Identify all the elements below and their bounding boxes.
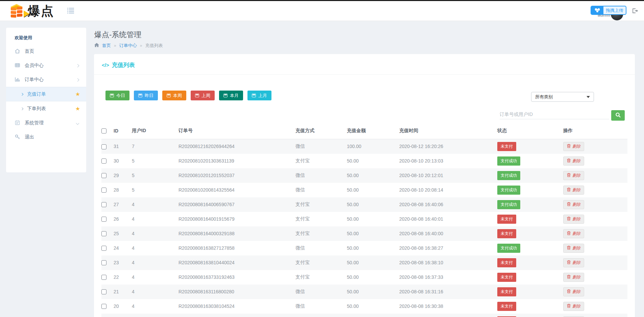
row-checkbox[interactable] [101,260,106,265]
delete-button-label: 删除 [572,231,580,237]
delete-button[interactable]: 删除 [563,229,584,238]
filter-this-month-button[interactable]: 本月 [219,91,243,100]
drag-upload-widget[interactable]: 拖拽上传 [591,6,626,15]
cell-method: 微信 [295,285,347,299]
cell-user-id: 5 [132,154,178,168]
search-input[interactable] [500,109,609,119]
breadcrumb-home-link[interactable]: 首页 [102,43,111,49]
cell-method: 微信 [295,314,347,317]
breadcrumb: 首页 » 订单中心 » 充值列表 [94,43,163,49]
status-badge: 未支付 [497,215,516,224]
cell-order-no: R20200808163810440024 [178,255,295,270]
filter-yesterday-button[interactable]: 昨日 [134,91,158,100]
status-badge: 支付成功 [497,244,520,253]
sidebar-welcome-label: 欢迎使用 [6,28,86,44]
cell-id: 28 [114,183,132,197]
category-select[interactable]: 所有类别 [531,92,594,102]
delete-button[interactable]: 删除 [563,200,584,209]
cell-amount: 50.00 [347,212,399,226]
delete-button[interactable]: 删除 [563,171,584,180]
calendar-icon [167,94,171,97]
sidebar-item-order-list[interactable]: 下单列表 ★ [6,101,86,116]
delete-button[interactable]: 删除 [563,244,584,253]
cell-method: 支付宝 [295,255,347,270]
sidebar-item-member-center[interactable]: 会员中心 [6,58,86,73]
row-checkbox[interactable] [101,202,106,207]
search-button[interactable] [611,110,625,121]
trash-icon [567,188,571,193]
filter-today-button[interactable]: 今日 [105,91,129,100]
table-row: 22 4 R20200808163733192463 支付宝 50.00 202… [101,270,627,285]
row-checkbox[interactable] [101,289,106,294]
status-badge: 未支付 [497,229,516,238]
calendar-icon [110,94,114,97]
row-checkbox[interactable] [101,275,106,280]
row-checkbox[interactable] [101,246,106,251]
cell-method: 支付宝 [295,212,347,226]
table-row: 29 5 R20200810201201552037 微信 50.00 2020… [101,168,627,183]
breadcrumb-order-center-link[interactable]: 订单中心 [119,43,137,49]
table-row: 19 4 R20200808162936377159 微信 50.00 2020… [101,314,627,317]
delete-button-label: 删除 [572,187,580,193]
cell-order-no: R20200810201201552037 [178,168,295,183]
delete-button[interactable]: 删除 [563,287,584,296]
cell-time: 2020-08-08 16:38:27 [399,241,497,255]
sidebar-item-order-center[interactable]: 订单中心 [6,73,86,87]
sidebar-item-home[interactable]: 首页 [6,44,86,58]
app-logo[interactable]: 爆点 [9,3,54,19]
delete-button-label: 删除 [572,158,580,164]
table-row: 30 5 R20200810201303631139 支付宝 50.00 202… [101,154,627,168]
trash-icon [567,246,571,251]
cell-user-id: 4 [132,241,178,255]
sidebar-item-logout[interactable]: 退出 [6,130,86,144]
chevron-right-icon [76,64,79,67]
sidebar-item-recharge-orders[interactable]: 充值订单 ★ [6,87,86,101]
delete-button[interactable]: 删除 [563,302,584,311]
cell-order-no: R20200808164006590767 [178,197,295,212]
filter-last-week-button[interactable]: 上周 [191,91,215,100]
delete-button[interactable]: 删除 [563,156,584,166]
delete-button[interactable]: 删除 [563,258,584,267]
delete-button-label: 删除 [572,216,580,222]
col-header-action: 操作 [563,124,627,139]
recharge-list-panel: </> 充值列表 今日 昨日 本周 上周 本月 上月 所有类别 [94,54,635,317]
cell-time: 2020-08-10 20:12:01 [399,168,497,183]
delete-button[interactable]: 删除 [563,186,584,195]
panel-title: 充值列表 [112,61,135,69]
home-icon [15,48,20,55]
row-checkbox[interactable] [101,158,106,164]
table-row: 27 4 R20200808164006590767 支付宝 50.00 202… [101,197,627,212]
delete-button[interactable]: 删除 [563,273,584,282]
row-checkbox[interactable] [101,231,106,236]
sidebar-toggle-list-icon[interactable] [67,8,74,15]
filter-last-month-button[interactable]: 上月 [247,91,271,100]
status-badge: 支付成功 [497,200,520,209]
row-checkbox[interactable] [101,188,106,193]
sidebar-item-system-management[interactable]: 系统管理 [6,116,86,130]
cell-amount: 50.00 [347,197,399,212]
filter-this-week-button[interactable]: 本周 [162,91,186,100]
cloud-share-icon [591,6,603,14]
row-checkbox[interactable] [101,304,106,309]
cell-user-id: 7 [132,139,178,154]
logout-icon[interactable] [632,8,638,15]
recharge-table: ID 用户ID 订单号 充值方式 充值金额 充值时间 状态 操作 31 7 R2… [101,124,627,317]
delete-button[interactable]: 删除 [563,215,584,224]
breadcrumb-separator: » [114,43,116,48]
status-badge: 未支付 [497,142,516,151]
cell-method: 微信 [295,168,347,183]
status-badge: 未支付 [497,258,516,267]
delete-button-label: 删除 [572,260,580,266]
cell-order-no: R20200808164000329188 [178,226,295,241]
delete-button-label: 删除 [572,173,580,178]
row-checkbox[interactable] [101,217,106,222]
play-triangle-icon [24,10,29,17]
select-all-checkbox[interactable] [101,128,106,133]
cell-method: 微信 [295,299,347,314]
cell-amount: 50.00 [347,255,399,270]
delete-button[interactable]: 删除 [563,142,584,151]
cell-user-id: 4 [132,226,178,241]
brand-name: 爆点 [28,3,54,19]
row-checkbox[interactable] [101,173,106,178]
row-checkbox[interactable] [101,144,106,149]
